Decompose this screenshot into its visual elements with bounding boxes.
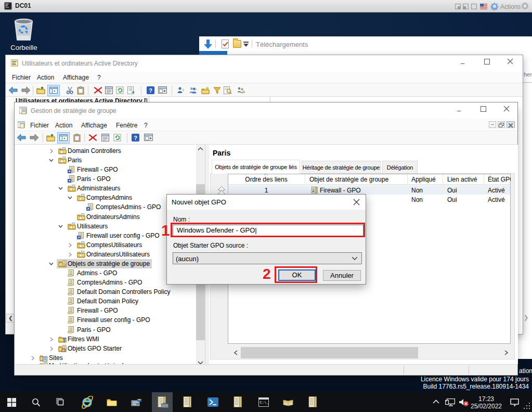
svg-text:C:\_: C:\_ [260, 401, 269, 405]
svg-text:?: ? [149, 87, 152, 94]
svg-text:?: ? [134, 135, 137, 141]
